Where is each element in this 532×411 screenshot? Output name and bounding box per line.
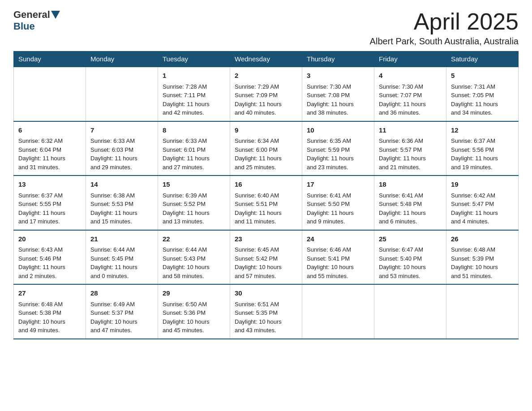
calendar-cell xyxy=(446,284,519,339)
calendar-cell: 6Sunrise: 6:32 AMSunset: 6:04 PMDaylight… xyxy=(14,121,86,176)
day-info: Sunrise: 6:35 AMSunset: 5:59 PMDaylight:… xyxy=(307,137,369,171)
calendar-cell: 11Sunrise: 6:36 AMSunset: 5:57 PMDayligh… xyxy=(374,121,446,176)
day-info: Sunrise: 6:41 AMSunset: 5:50 PMDaylight:… xyxy=(307,191,369,226)
calendar-cell: 26Sunrise: 6:48 AMSunset: 5:39 PMDayligh… xyxy=(446,230,519,285)
calendar-cell xyxy=(86,67,158,121)
calendar-week-row: 20Sunrise: 6:43 AMSunset: 5:46 PMDayligh… xyxy=(14,230,519,285)
weekday-header-tuesday: Tuesday xyxy=(158,51,230,67)
day-number: 13 xyxy=(18,180,81,190)
calendar-cell: 30Sunrise: 6:51 AMSunset: 5:35 PMDayligh… xyxy=(230,284,302,339)
day-number: 24 xyxy=(307,234,369,244)
day-number: 23 xyxy=(235,234,297,244)
calendar-cell: 12Sunrise: 6:37 AMSunset: 5:56 PMDayligh… xyxy=(446,121,519,176)
calendar-cell: 24Sunrise: 6:46 AMSunset: 5:41 PMDayligh… xyxy=(302,230,374,285)
calendar-cell: 23Sunrise: 6:45 AMSunset: 5:42 PMDayligh… xyxy=(230,230,302,285)
day-info: Sunrise: 6:32 AMSunset: 6:04 PMDaylight:… xyxy=(18,137,81,171)
calendar-week-row: 27Sunrise: 6:48 AMSunset: 5:38 PMDayligh… xyxy=(14,284,519,339)
calendar-cell xyxy=(302,284,374,339)
day-number: 8 xyxy=(163,125,225,136)
day-info: Sunrise: 6:44 AMSunset: 5:43 PMDaylight:… xyxy=(163,245,225,280)
day-number: 30 xyxy=(235,288,297,299)
calendar-cell: 19Sunrise: 6:42 AMSunset: 5:47 PMDayligh… xyxy=(446,176,519,230)
day-info: Sunrise: 6:48 AMSunset: 5:39 PMDaylight:… xyxy=(451,245,514,280)
day-number: 25 xyxy=(379,234,442,244)
day-info: Sunrise: 6:46 AMSunset: 5:41 PMDaylight:… xyxy=(307,245,369,280)
calendar-cell: 2Sunrise: 7:29 AMSunset: 7:09 PMDaylight… xyxy=(230,67,302,121)
day-number: 3 xyxy=(307,71,369,81)
day-info: Sunrise: 6:36 AMSunset: 5:57 PMDaylight:… xyxy=(379,137,442,171)
day-number: 10 xyxy=(307,125,369,136)
day-info: Sunrise: 6:51 AMSunset: 5:35 PMDaylight:… xyxy=(235,300,297,335)
calendar-cell: 25Sunrise: 6:47 AMSunset: 5:40 PMDayligh… xyxy=(374,230,446,285)
day-number: 6 xyxy=(18,125,81,136)
logo-triangle-icon xyxy=(51,11,60,19)
day-number: 9 xyxy=(235,125,297,136)
calendar-week-row: 1Sunrise: 7:28 AMSunset: 7:11 PMDaylight… xyxy=(14,67,519,121)
weekday-header-wednesday: Wednesday xyxy=(230,51,302,67)
weekday-header-sunday: Sunday xyxy=(14,51,86,67)
day-number: 29 xyxy=(163,288,225,299)
calendar-cell: 22Sunrise: 6:44 AMSunset: 5:43 PMDayligh… xyxy=(158,230,230,285)
logo: General Blue xyxy=(13,9,61,32)
calendar-week-row: 6Sunrise: 6:32 AMSunset: 6:04 PMDaylight… xyxy=(14,121,519,176)
day-number: 2 xyxy=(235,71,297,81)
day-info: Sunrise: 7:28 AMSunset: 7:11 PMDaylight:… xyxy=(163,82,225,117)
day-info: Sunrise: 6:38 AMSunset: 5:53 PMDaylight:… xyxy=(90,191,153,226)
day-info: Sunrise: 7:30 AMSunset: 7:08 PMDaylight:… xyxy=(307,82,369,117)
day-info: Sunrise: 6:33 AMSunset: 6:01 PMDaylight:… xyxy=(163,137,225,171)
calendar-table: SundayMondayTuesdayWednesdayThursdayFrid… xyxy=(13,51,519,339)
calendar-cell: 28Sunrise: 6:49 AMSunset: 5:37 PMDayligh… xyxy=(86,284,158,339)
weekday-header-friday: Friday xyxy=(374,51,446,67)
day-info: Sunrise: 7:31 AMSunset: 7:05 PMDaylight:… xyxy=(451,82,514,117)
day-info: Sunrise: 6:45 AMSunset: 5:42 PMDaylight:… xyxy=(235,245,297,280)
day-info: Sunrise: 6:50 AMSunset: 5:36 PMDaylight:… xyxy=(163,300,225,335)
page-header: General Blue April 2025 Albert Park, Sou… xyxy=(13,9,519,47)
day-number: 12 xyxy=(451,125,514,136)
day-info: Sunrise: 6:34 AMSunset: 6:00 PMDaylight:… xyxy=(235,137,297,171)
calendar-cell: 1Sunrise: 7:28 AMSunset: 7:11 PMDaylight… xyxy=(158,67,230,121)
day-number: 1 xyxy=(163,71,225,81)
title-block: April 2025 Albert Park, South Australia,… xyxy=(370,9,519,47)
day-number: 28 xyxy=(90,288,153,299)
weekday-header-row: SundayMondayTuesdayWednesdayThursdayFrid… xyxy=(14,51,519,67)
day-number: 15 xyxy=(163,180,225,190)
day-number: 22 xyxy=(163,234,225,244)
calendar-cell: 15Sunrise: 6:39 AMSunset: 5:52 PMDayligh… xyxy=(158,176,230,230)
calendar-cell: 3Sunrise: 7:30 AMSunset: 7:08 PMDaylight… xyxy=(302,67,374,121)
calendar-cell: 9Sunrise: 6:34 AMSunset: 6:00 PMDaylight… xyxy=(230,121,302,176)
day-number: 4 xyxy=(379,71,442,81)
day-number: 11 xyxy=(379,125,442,136)
day-number: 19 xyxy=(451,180,514,190)
calendar-cell: 18Sunrise: 6:41 AMSunset: 5:48 PMDayligh… xyxy=(374,176,446,230)
calendar-week-row: 13Sunrise: 6:37 AMSunset: 5:55 PMDayligh… xyxy=(14,176,519,230)
day-info: Sunrise: 7:30 AMSunset: 7:07 PMDaylight:… xyxy=(379,82,442,117)
calendar-cell xyxy=(374,284,446,339)
weekday-header-thursday: Thursday xyxy=(302,51,374,67)
day-number: 7 xyxy=(90,125,153,136)
weekday-header-monday: Monday xyxy=(86,51,158,67)
day-number: 17 xyxy=(307,180,369,190)
calendar-cell: 16Sunrise: 6:40 AMSunset: 5:51 PMDayligh… xyxy=(230,176,302,230)
calendar-cell: 10Sunrise: 6:35 AMSunset: 5:59 PMDayligh… xyxy=(302,121,374,176)
day-number: 21 xyxy=(90,234,153,244)
day-number: 14 xyxy=(90,180,153,190)
day-number: 27 xyxy=(18,288,81,299)
day-number: 26 xyxy=(451,234,514,244)
weekday-header-saturday: Saturday xyxy=(446,51,519,67)
logo-general-text: General xyxy=(13,9,50,21)
day-info: Sunrise: 6:43 AMSunset: 5:46 PMDaylight:… xyxy=(18,245,81,280)
calendar-cell: 8Sunrise: 6:33 AMSunset: 6:01 PMDaylight… xyxy=(158,121,230,176)
day-info: Sunrise: 6:41 AMSunset: 5:48 PMDaylight:… xyxy=(379,191,442,226)
day-number: 5 xyxy=(451,71,514,81)
calendar-cell: 29Sunrise: 6:50 AMSunset: 5:36 PMDayligh… xyxy=(158,284,230,339)
calendar-cell: 27Sunrise: 6:48 AMSunset: 5:38 PMDayligh… xyxy=(14,284,86,339)
day-info: Sunrise: 6:33 AMSunset: 6:03 PMDaylight:… xyxy=(90,137,153,171)
logo-blue-text: Blue xyxy=(13,21,35,32)
day-info: Sunrise: 6:40 AMSunset: 5:51 PMDaylight:… xyxy=(235,191,297,226)
location-title: Albert Park, South Australia, Australia xyxy=(370,36,519,47)
day-info: Sunrise: 6:49 AMSunset: 5:37 PMDaylight:… xyxy=(90,300,153,335)
day-info: Sunrise: 6:42 AMSunset: 5:47 PMDaylight:… xyxy=(451,191,514,226)
day-number: 20 xyxy=(18,234,81,244)
calendar-cell: 17Sunrise: 6:41 AMSunset: 5:50 PMDayligh… xyxy=(302,176,374,230)
day-info: Sunrise: 6:47 AMSunset: 5:40 PMDaylight:… xyxy=(379,245,442,280)
